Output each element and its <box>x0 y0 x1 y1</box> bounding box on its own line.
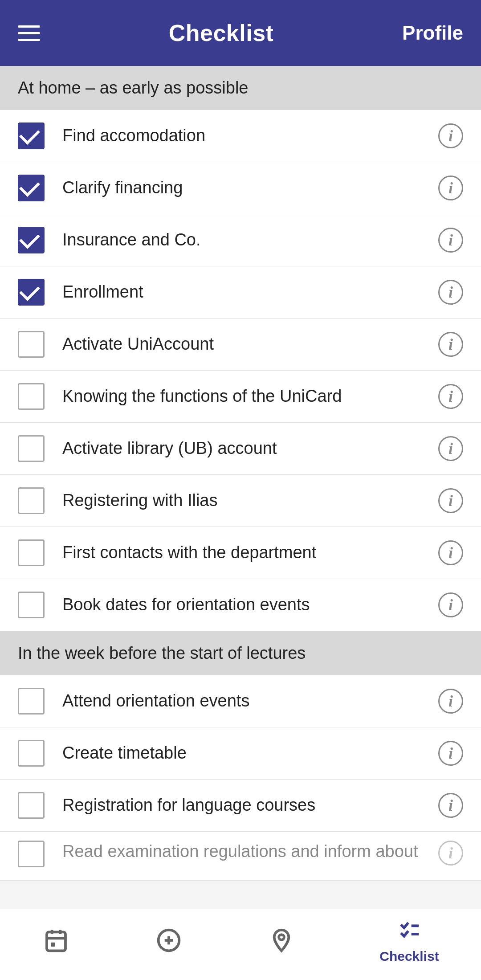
item-label-language: Registration for language courses <box>62 794 429 816</box>
svg-rect-4 <box>51 942 55 946</box>
section-week-before-header: In the week before the start of lectures <box>0 631 481 675</box>
info-icon-orientation-book[interactable]: i <box>438 592 463 617</box>
item-label-ilias: Registering with Ilias <box>62 490 429 511</box>
item-label-uniaccount: Activate UniAccount <box>62 333 429 355</box>
item-label-enrollment: Enrollment <box>62 281 429 303</box>
info-icon-timetable[interactable]: i <box>438 741 463 766</box>
calendar-icon <box>42 926 70 955</box>
checkbox-language[interactable] <box>18 792 45 819</box>
info-icon-unicard[interactable]: i <box>438 384 463 409</box>
item-label-orientation-book: Book dates for orientation events <box>62 594 429 616</box>
info-icon-department[interactable]: i <box>438 540 463 565</box>
checkbox-timetable[interactable] <box>18 740 45 767</box>
info-icon-insurance[interactable]: i <box>438 228 463 253</box>
info-icon-accommodation[interactable]: i <box>438 123 463 148</box>
svg-point-8 <box>279 935 284 940</box>
checkbox-library[interactable] <box>18 435 45 462</box>
location-icon <box>267 926 296 955</box>
info-icon-library[interactable]: i <box>438 436 463 461</box>
list-item: Create timetable i <box>0 727 481 780</box>
list-item: Read examination regulations and inform … <box>0 832 481 881</box>
nav-location[interactable] <box>267 926 296 955</box>
list-item: Insurance and Co. i <box>0 214 481 266</box>
checkbox-insurance[interactable] <box>18 227 45 253</box>
checkbox-orientation-book[interactable] <box>18 592 45 618</box>
checkbox-uniaccount[interactable] <box>18 331 45 358</box>
page-title: Checklist <box>169 20 274 46</box>
nav-add[interactable] <box>155 926 183 955</box>
checklist-icon <box>395 917 424 945</box>
nav-checklist-label: Checklist <box>379 949 439 964</box>
info-icon-enrollment[interactable]: i <box>438 280 463 305</box>
checkbox-financing[interactable] <box>18 175 45 201</box>
nav-checklist[interactable]: Checklist <box>379 917 439 964</box>
item-label-attend-orientation: Attend orientation events <box>62 690 429 712</box>
list-item: Activate UniAccount i <box>0 318 481 371</box>
item-label-insurance: Insurance and Co. <box>62 229 429 251</box>
svg-rect-0 <box>47 932 65 951</box>
item-label-accommodation: Find accomodation <box>62 125 429 147</box>
item-label-exam-regs: Read examination regulations and inform … <box>62 841 429 862</box>
list-item: Registration for language courses i <box>0 780 481 832</box>
item-label-timetable: Create timetable <box>62 742 429 764</box>
section-early-header: At home – as early as possible <box>0 66 481 110</box>
checkbox-enrollment[interactable] <box>18 279 45 306</box>
list-item: Knowing the functions of the UniCard i <box>0 371 481 423</box>
list-item: First contacts with the department i <box>0 527 481 579</box>
list-item: Activate library (UB) account i <box>0 423 481 475</box>
list-item: Enrollment i <box>0 266 481 318</box>
item-label-library: Activate library (UB) account <box>62 437 429 459</box>
list-item: Find accomodation i <box>0 110 481 162</box>
info-icon-attend-orientation[interactable]: i <box>438 689 463 714</box>
app-header: Checklist Profile <box>0 0 481 66</box>
checkbox-ilias[interactable] <box>18 487 45 514</box>
checklist-content: At home – as early as possible Find acco… <box>0 66 481 952</box>
item-label-unicard: Knowing the functions of the UniCard <box>62 385 429 407</box>
list-item: Clarify financing i <box>0 162 481 214</box>
checkbox-unicard[interactable] <box>18 383 45 410</box>
item-label-department: First contacts with the department <box>62 542 429 564</box>
list-item: Book dates for orientation events i <box>0 579 481 631</box>
info-icon-ilias[interactable]: i <box>438 488 463 513</box>
info-icon-exam-regs[interactable]: i <box>438 841 463 866</box>
menu-button[interactable] <box>18 25 40 41</box>
item-label-financing: Clarify financing <box>62 177 429 199</box>
list-item: Registering with Ilias i <box>0 475 481 527</box>
checkbox-attend-orientation[interactable] <box>18 688 45 715</box>
info-icon-uniaccount[interactable]: i <box>438 332 463 357</box>
add-circle-icon <box>155 926 183 955</box>
bottom-nav: Checklist <box>0 909 481 980</box>
checkbox-accommodation[interactable] <box>18 122 45 149</box>
info-icon-financing[interactable]: i <box>438 176 463 200</box>
info-icon-language[interactable]: i <box>438 793 463 818</box>
profile-button[interactable]: Profile <box>402 22 463 44</box>
checkbox-exam-regs[interactable] <box>18 841 45 867</box>
checkbox-department[interactable] <box>18 539 45 566</box>
nav-calendar[interactable] <box>42 926 70 955</box>
list-item: Attend orientation events i <box>0 675 481 727</box>
